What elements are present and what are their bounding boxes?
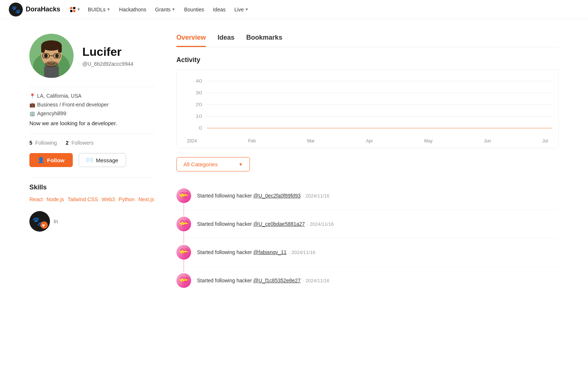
svg-point-19	[45, 61, 58, 67]
follow-stats: 5 Following 2 Followers	[29, 140, 154, 146]
message-button[interactable]: ✉️ Message	[79, 153, 126, 167]
activity-item: 💝Started following hacker @U_f1c85352e8e…	[176, 267, 559, 294]
activity-user-link[interactable]: @fabianqv_11	[253, 249, 287, 255]
activity-avatar: 💝	[176, 188, 191, 203]
skills-section: Skills ReactNode.jsTailwind CSSWeb3Pytho…	[29, 184, 154, 202]
svg-text:0: 0	[199, 126, 202, 131]
activity-user-link[interactable]: @U_0ec2fa0f89fd93	[253, 193, 301, 199]
profile-divider-1	[29, 87, 154, 87]
bottom-teaser: 🐾 ♥ In	[29, 211, 154, 232]
activity-date: · 2024/11/16	[303, 278, 329, 283]
svg-rect-5	[73, 10, 75, 12]
chart-label-feb: Feb	[248, 138, 256, 144]
activity-avatar: 💝	[176, 245, 191, 260]
svg-text:40: 40	[196, 79, 202, 84]
activity-text: Started following hacker @U_f1c85352e8e2…	[197, 278, 329, 283]
svg-rect-4	[70, 10, 72, 12]
followers-stat: 2 Followers	[66, 140, 94, 146]
activity-list: 💝Started following hacker @U_0ec2fa0f89f…	[176, 182, 559, 294]
chart-x-labels: 2024 Feb Mar Apr May Jun Jul	[183, 138, 552, 144]
tab-bookmarks[interactable]: Bookmarks	[246, 34, 282, 47]
activity-user-link[interactable]: @U_f1c85352e8e27	[253, 278, 301, 283]
chevron-down-icon: ▼	[239, 162, 243, 167]
profile-bio: Now we are looking for a developer.	[29, 120, 154, 126]
grid-icon	[70, 7, 76, 12]
grants-chevron: ▼	[172, 7, 175, 11]
activity-text: Started following hacker @fabianqv_11· 2…	[197, 249, 315, 255]
svg-text:10: 10	[196, 114, 202, 119]
follow-icon: 👤	[37, 157, 44, 163]
skill-tag: Node.js	[47, 196, 64, 202]
tab-ideas[interactable]: Ideas	[218, 34, 234, 47]
activity-chart: 40 30 20 10 0 2024 Feb Mar Apr May Ju	[176, 70, 559, 148]
profile-username: 🏢 Agencyhill99	[29, 111, 154, 116]
activity-avatar: 💝	[176, 273, 191, 288]
svg-point-18	[50, 59, 53, 61]
buidls-chevron: ▼	[107, 7, 110, 11]
svg-rect-11	[41, 45, 45, 53]
chart-label-2024: 2024	[187, 138, 197, 144]
profile-header: Lucifer @U_6b2d92accc9944	[29, 34, 154, 78]
action-buttons: 👤 Follow ✉️ Message	[29, 153, 154, 167]
skill-tag: Tailwind CSS	[68, 196, 98, 202]
category-dropdown[interactable]: All Categories ▼	[176, 157, 250, 171]
skills-title: Skills	[29, 184, 154, 191]
skill-tag: Web3	[102, 196, 115, 202]
activity-section: Activity 40 30 20 10	[176, 56, 559, 294]
chart-svg: 40 30 20 10 0	[183, 77, 552, 136]
profile-handle: @U_6b2d92accc9944	[82, 61, 133, 67]
profile-meta: 📍 LA, California, USA 💼 Business / Front…	[29, 93, 154, 108]
nav-item-buidls[interactable]: BUIDLs ▼	[84, 4, 114, 15]
logo-text: DoraHacks	[26, 6, 60, 13]
activity-user-link[interactable]: @U_ce0bdae5881a27	[253, 221, 305, 227]
meta-role: 💼 Business / Front-end developer	[29, 102, 109, 108]
nav-item-ideas[interactable]: Ideas	[209, 4, 229, 15]
activity-avatar: 💝	[176, 217, 191, 231]
chart-label-apr: Apr	[366, 138, 373, 144]
activity-date: · 2024/11/16	[289, 250, 315, 255]
activity-title: Activity	[176, 56, 559, 64]
profile-divider-2	[29, 134, 154, 134]
skill-tag: Python	[119, 196, 135, 202]
activity-item: 💝Started following hacker @U_ce0bdae5881…	[176, 210, 559, 238]
building-icon: 🏢	[29, 111, 35, 116]
svg-text:🐾: 🐾	[11, 5, 21, 14]
activity-text: Started following hacker @U_0ec2fa0f89fd…	[197, 193, 329, 199]
chart-area: 40 30 20 10 0	[183, 77, 552, 136]
nav-grid-button[interactable]: ▼	[66, 4, 84, 15]
svg-rect-8	[44, 66, 59, 78]
grid-chevron: ▼	[77, 7, 80, 11]
skill-tag: React	[29, 196, 43, 202]
nav-item-hackathons[interactable]: Hackathons	[115, 4, 150, 15]
teaser-text: In	[54, 218, 58, 224]
nav-item-grants[interactable]: Grants ▼	[151, 4, 179, 15]
activity-date: · 2024/11/16	[307, 221, 334, 227]
profile-name: Lucifer	[82, 45, 133, 59]
left-panel: Lucifer @U_6b2d92accc9944 📍 LA, Californ…	[29, 34, 154, 294]
svg-text:20: 20	[196, 102, 202, 107]
svg-text:♥: ♥	[42, 222, 45, 228]
meta-location: 📍 LA, California, USA	[29, 93, 82, 99]
activity-item: 💝Started following hacker @U_0ec2fa0f89f…	[176, 182, 559, 210]
nav-items: BUIDLs ▼ Hackathons Grants ▼ Bounties Id…	[84, 4, 579, 15]
chart-label-jul: Jul	[542, 138, 548, 144]
chart-label-jun: Jun	[484, 138, 491, 144]
profile-tabs: Overview Ideas Bookmarks	[176, 34, 559, 47]
activity-date: · 2024/11/16	[303, 193, 329, 199]
nav-item-live[interactable]: Live ▼	[231, 4, 252, 15]
svg-point-16	[44, 54, 48, 58]
svg-rect-3	[73, 7, 75, 9]
follow-button[interactable]: 👤 Follow	[29, 153, 73, 167]
skill-tag: Next.js	[138, 196, 154, 202]
tab-overview[interactable]: Overview	[176, 34, 206, 47]
activity-text: Started following hacker @U_ce0bdae5881a…	[197, 221, 334, 227]
logo-link[interactable]: 🐾 DoraHacks	[9, 3, 60, 17]
logo-icon: 🐾	[9, 3, 23, 17]
profile-divider-3	[29, 177, 154, 178]
activity-item: 💝Started following hacker @fabianqv_11· …	[176, 238, 559, 267]
navbar: 🐾 DoraHacks ▼ BUIDLs ▼ Hackathons Grants…	[0, 0, 588, 19]
avatar	[29, 34, 74, 78]
svg-text:30: 30	[196, 90, 202, 95]
right-panel: Overview Ideas Bookmarks Activity	[176, 34, 559, 294]
nav-item-bounties[interactable]: Bounties	[180, 4, 208, 15]
